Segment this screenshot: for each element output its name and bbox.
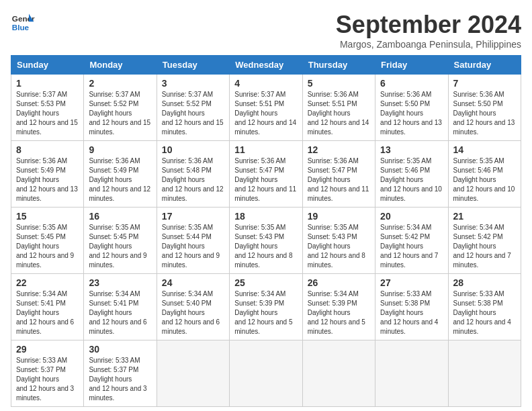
day-detail: Sunrise: 5:35 AMSunset: 5:43 PMDaylight … — [308, 224, 365, 269]
calendar-cell: 11 Sunrise: 5:36 AMSunset: 5:47 PMDaylig… — [230, 141, 302, 208]
calendar-cell: 14 Sunrise: 5:35 AMSunset: 5:46 PMDaylig… — [448, 141, 521, 208]
weekday-header-monday: Monday — [84, 56, 157, 75]
calendar-cell: 23 Sunrise: 5:34 AMSunset: 5:41 PMDaylig… — [84, 274, 157, 340]
day-number: 13 — [380, 144, 443, 155]
day-detail: Sunrise: 5:36 AMSunset: 5:50 PMDaylight … — [453, 91, 515, 136]
weekday-header-wednesday: Wednesday — [230, 56, 302, 75]
day-detail: Sunrise: 5:34 AMSunset: 5:42 PMDaylight … — [453, 224, 511, 269]
weekday-header-sunday: Sunday — [11, 56, 84, 75]
day-detail: Sunrise: 5:34 AMSunset: 5:42 PMDaylight … — [380, 224, 438, 269]
calendar-cell: 25 Sunrise: 5:34 AMSunset: 5:39 PMDaylig… — [230, 274, 302, 340]
calendar-cell: 24 Sunrise: 5:34 AMSunset: 5:40 PMDaylig… — [157, 274, 229, 340]
calendar-cell: 5 Sunrise: 5:36 AMSunset: 5:51 PMDayligh… — [302, 75, 375, 141]
day-number: 6 — [380, 78, 443, 89]
weekday-header-tuesday: Tuesday — [157, 56, 229, 75]
day-detail: Sunrise: 5:35 AMSunset: 5:43 PMDaylight … — [234, 224, 292, 269]
calendar-cell: 28 Sunrise: 5:33 AMSunset: 5:38 PMDaylig… — [448, 274, 521, 340]
day-number: 17 — [162, 211, 224, 222]
calendar-week-3: 22 Sunrise: 5:34 AMSunset: 5:41 PMDaylig… — [11, 274, 521, 340]
calendar-cell — [302, 340, 375, 407]
day-number: 27 — [380, 277, 443, 288]
day-number: 5 — [308, 78, 370, 89]
calendar-cell: 2 Sunrise: 5:37 AMSunset: 5:52 PMDayligh… — [84, 75, 157, 141]
day-number: 15 — [16, 211, 79, 222]
day-detail: Sunrise: 5:37 AMSunset: 5:53 PMDaylight … — [16, 91, 78, 136]
day-number: 22 — [16, 277, 79, 288]
day-detail: Sunrise: 5:34 AMSunset: 5:41 PMDaylight … — [89, 290, 146, 335]
calendar-cell: 13 Sunrise: 5:35 AMSunset: 5:46 PMDaylig… — [375, 141, 448, 208]
calendar-cell: 8 Sunrise: 5:36 AMSunset: 5:49 PMDayligh… — [11, 141, 84, 208]
day-detail: Sunrise: 5:34 AMSunset: 5:40 PMDaylight … — [162, 290, 220, 335]
calendar-cell: 27 Sunrise: 5:33 AMSunset: 5:38 PMDaylig… — [375, 274, 448, 340]
day-number: 30 — [89, 344, 151, 355]
day-detail: Sunrise: 5:37 AMSunset: 5:52 PMDaylight … — [89, 91, 150, 136]
weekday-header-saturday: Saturday — [448, 56, 521, 75]
calendar-cell — [448, 340, 521, 407]
day-detail: Sunrise: 5:36 AMSunset: 5:50 PMDaylight … — [380, 91, 442, 136]
day-number: 4 — [234, 78, 297, 89]
day-detail: Sunrise: 5:35 AMSunset: 5:46 PMDaylight … — [380, 157, 442, 202]
day-number: 21 — [453, 211, 516, 222]
calendar-cell — [230, 340, 302, 407]
day-number: 3 — [162, 78, 224, 89]
day-detail: Sunrise: 5:36 AMSunset: 5:48 PMDaylight … — [162, 157, 224, 202]
calendar-cell: 22 Sunrise: 5:34 AMSunset: 5:41 PMDaylig… — [11, 274, 84, 340]
logo: General Blue — [11, 11, 35, 35]
day-detail: Sunrise: 5:33 AMSunset: 5:38 PMDaylight … — [380, 290, 438, 335]
calendar-cell: 7 Sunrise: 5:36 AMSunset: 5:50 PMDayligh… — [448, 75, 521, 141]
day-detail: Sunrise: 5:36 AMSunset: 5:49 PMDaylight … — [89, 157, 150, 202]
day-detail: Sunrise: 5:36 AMSunset: 5:47 PMDaylight … — [234, 157, 296, 202]
day-number: 2 — [89, 78, 151, 89]
calendar-cell: 3 Sunrise: 5:37 AMSunset: 5:52 PMDayligh… — [157, 75, 229, 141]
calendar-week-1: 8 Sunrise: 5:36 AMSunset: 5:49 PMDayligh… — [11, 141, 521, 208]
day-detail: Sunrise: 5:34 AMSunset: 5:39 PMDaylight … — [308, 290, 365, 335]
calendar-week-0: 1 Sunrise: 5:37 AMSunset: 5:53 PMDayligh… — [11, 75, 521, 141]
calendar-cell — [375, 340, 448, 407]
calendar-cell: 12 Sunrise: 5:36 AMSunset: 5:47 PMDaylig… — [302, 141, 375, 208]
weekday-header-thursday: Thursday — [302, 56, 375, 75]
day-number: 24 — [162, 277, 224, 288]
calendar-cell: 10 Sunrise: 5:36 AMSunset: 5:48 PMDaylig… — [157, 141, 229, 208]
day-number: 26 — [308, 277, 370, 288]
day-detail: Sunrise: 5:33 AMSunset: 5:37 PMDaylight … — [89, 357, 146, 402]
day-number: 18 — [234, 211, 297, 222]
logo-icon: General Blue — [11, 11, 35, 35]
calendar-cell: 26 Sunrise: 5:34 AMSunset: 5:39 PMDaylig… — [302, 274, 375, 340]
calendar-week-4: 29 Sunrise: 5:33 AMSunset: 5:37 PMDaylig… — [11, 340, 521, 407]
day-detail: Sunrise: 5:37 AMSunset: 5:52 PMDaylight … — [162, 91, 224, 136]
calendar-week-2: 15 Sunrise: 5:35 AMSunset: 5:45 PMDaylig… — [11, 208, 521, 274]
calendar-cell: 18 Sunrise: 5:35 AMSunset: 5:43 PMDaylig… — [230, 208, 302, 274]
day-detail: Sunrise: 5:37 AMSunset: 5:51 PMDaylight … — [234, 91, 296, 136]
calendar-cell: 1 Sunrise: 5:37 AMSunset: 5:53 PMDayligh… — [11, 75, 84, 141]
day-detail: Sunrise: 5:36 AMSunset: 5:49 PMDaylight … — [16, 157, 78, 202]
calendar-cell: 17 Sunrise: 5:35 AMSunset: 5:44 PMDaylig… — [157, 208, 229, 274]
page-header: General Blue September 2024 Margos, Zamb… — [11, 11, 521, 50]
month-title: September 2024 — [336, 11, 521, 39]
day-detail: Sunrise: 5:33 AMSunset: 5:37 PMDaylight … — [16, 357, 74, 402]
day-detail: Sunrise: 5:34 AMSunset: 5:41 PMDaylight … — [16, 290, 74, 335]
day-number: 11 — [234, 144, 297, 155]
location-subtitle: Margos, Zamboanga Peninsula, Philippines — [336, 39, 521, 50]
day-number: 1 — [16, 78, 79, 89]
day-number: 8 — [16, 144, 79, 155]
day-number: 29 — [16, 344, 79, 355]
day-detail: Sunrise: 5:35 AMSunset: 5:45 PMDaylight … — [89, 224, 146, 269]
calendar-cell: 20 Sunrise: 5:34 AMSunset: 5:42 PMDaylig… — [375, 208, 448, 274]
day-number: 10 — [162, 144, 224, 155]
day-detail: Sunrise: 5:35 AMSunset: 5:45 PMDaylight … — [16, 224, 74, 269]
day-number: 20 — [380, 211, 443, 222]
calendar-cell: 16 Sunrise: 5:35 AMSunset: 5:45 PMDaylig… — [84, 208, 157, 274]
calendar-cell: 30 Sunrise: 5:33 AMSunset: 5:37 PMDaylig… — [84, 340, 157, 407]
day-detail: Sunrise: 5:36 AMSunset: 5:51 PMDaylight … — [308, 91, 369, 136]
day-number: 28 — [453, 277, 516, 288]
day-detail: Sunrise: 5:34 AMSunset: 5:39 PMDaylight … — [234, 290, 292, 335]
calendar-cell — [157, 340, 229, 407]
day-number: 7 — [453, 78, 516, 89]
calendar-cell: 21 Sunrise: 5:34 AMSunset: 5:42 PMDaylig… — [448, 208, 521, 274]
day-number: 23 — [89, 277, 151, 288]
svg-text:Blue: Blue — [12, 23, 30, 32]
calendar-cell: 15 Sunrise: 5:35 AMSunset: 5:45 PMDaylig… — [11, 208, 84, 274]
weekday-header-friday: Friday — [375, 56, 448, 75]
day-detail: Sunrise: 5:35 AMSunset: 5:46 PMDaylight … — [453, 157, 515, 202]
calendar-cell: 19 Sunrise: 5:35 AMSunset: 5:43 PMDaylig… — [302, 208, 375, 274]
